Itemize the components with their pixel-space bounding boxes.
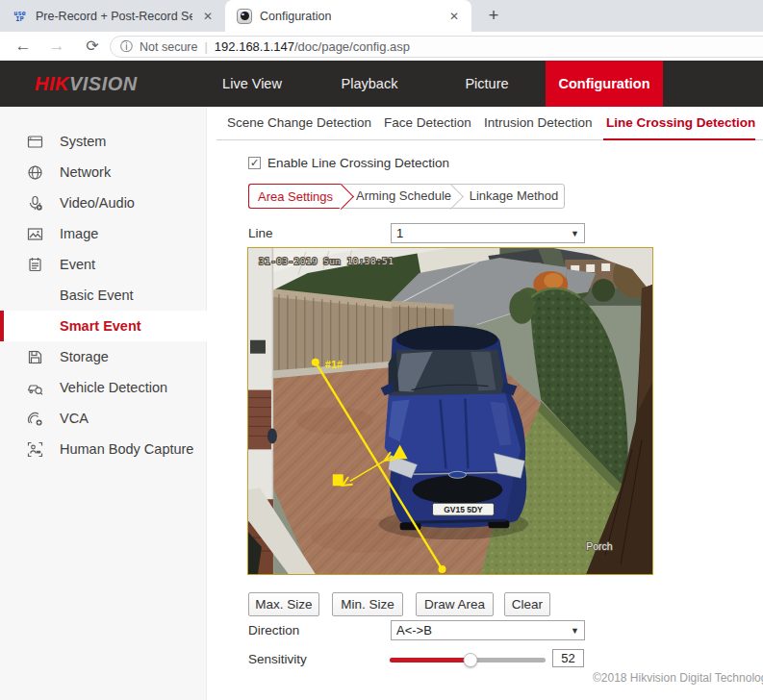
browser-window: useIP Pre-Record + Post-Record Settin ✕ … [0,0,763,700]
sidebar-item-smart-event[interactable]: Smart Event [0,311,207,341]
hikvision-logo: HIKVISION [35,61,138,107]
chevron-down-icon: ▼ [571,621,579,640]
address-divider: | [204,39,207,54]
enable-row: ✓ Enable Line Crossing Detection [248,156,449,170]
forward-icon: → [45,35,68,58]
tab-close-icon[interactable]: ✕ [446,9,462,24]
tab-line-crossing-detection[interactable]: Line Crossing Detection [606,107,755,139]
sidebar-item-image[interactable]: Image [0,218,207,249]
camera-scene: GV15 5DY #1# 31-03-2019 Sun 10:38:51 Por… [248,248,652,574]
line-select[interactable]: 1▼ [391,223,585,243]
tab-face-detection[interactable]: Face Detection [384,107,471,139]
sidebar-item-event[interactable]: Event [0,249,207,280]
chevron-down-icon: ▼ [571,224,579,243]
url-text[interactable]: 192.168.1.147/doc/page/config.asp [215,39,410,54]
config-content: Scene Change Detection Face Detection In… [207,107,763,700]
tab-strip: useIP Pre-Record + Post-Record Settin ✕ … [0,0,763,32]
draw-area-button[interactable]: Draw Area [416,592,494,616]
human-body-capture-icon [27,440,44,458]
tab-scene-change-detection[interactable]: Scene Change Detection [227,107,371,139]
vca-icon [27,410,44,427]
sidebar-item-vehicle-detection[interactable]: Vehicle Detection [0,372,207,403]
app-header: HIKVISION Live View Playback Picture Con… [0,61,763,107]
sensitivity-label: Sensitivity [248,652,307,666]
network-icon [27,163,44,181]
osd-timestamp: 31-03-2019 Sun 10:38:51 [259,256,394,266]
storage-icon [27,348,44,365]
enable-label: Enable Line Crossing Detection [267,156,449,170]
line-id-label: #1# [325,359,343,370]
tab-title: Configuration [260,10,439,23]
reload-icon[interactable]: ⟳ [81,35,104,58]
browser-tab-prerecord[interactable]: useIP Pre-Record + Post-Record Settin ✕ [0,0,225,32]
useip-favicon-icon: useIP [12,8,28,24]
camera-preview-canvas[interactable]: GV15 5DY #1# 31-03-2019 Sun 10:38:51 Por… [247,247,653,575]
browser-tab-configuration[interactable]: Configuration ✕ [225,0,471,32]
new-tab-button[interactable]: + [481,4,506,29]
security-label: Not secure [140,40,197,54]
subtab-linkage-method[interactable]: Linkage Method [454,185,564,208]
image-icon [27,225,44,242]
tab-title: Pre-Record + Post-Record Settin [36,10,192,23]
direction-select[interactable]: A<->B▼ [391,620,585,640]
sidebar-item-vca[interactable]: VCA [0,403,207,434]
subtab-arming-schedule[interactable]: Arming Schedule [342,185,454,208]
osd-porch-label: Porch [586,541,613,552]
sidebar-item-storage[interactable]: Storage [0,341,207,372]
active-tab-underline [603,138,755,140]
copyright-text: ©2018 Hikvision Digital Technology [593,671,763,685]
sensitivity-slider[interactable] [390,652,546,666]
max-size-button[interactable]: Max. Size [248,592,319,616]
camera-favicon-icon [237,9,252,24]
enable-checkbox[interactable]: ✓ [248,157,261,169]
license-plate: GV15 5DY [444,505,483,514]
nav-live-view[interactable]: Live View [193,61,311,107]
system-icon [27,133,44,150]
event-icon [27,256,44,273]
back-icon[interactable]: ← [12,35,35,58]
sensitivity-value-input[interactable] [552,649,584,667]
vehicle-detection-icon [27,379,44,396]
sidebar-item-video-audio[interactable]: Video/Audio [0,188,207,218]
sidebar-item-human-body-capture[interactable]: Human Body Capture [0,434,207,464]
nav-picture[interactable]: Picture [428,61,546,107]
sidebar-item-basic-event[interactable]: Basic Event [0,280,207,311]
clear-button[interactable]: Clear [504,592,550,616]
min-size-button[interactable]: Min. Size [332,592,403,616]
direction-b-marker [333,474,343,486]
nav-playback[interactable]: Playback [311,61,428,107]
sensitivity-handle[interactable] [464,653,478,667]
sidebar: System Network Video/Audio Image Event B… [0,107,207,700]
sensitivity-fill [390,658,471,662]
subtab-bar: Area Settings Arming Schedule Linkage Me… [248,184,565,209]
line-label: Line [248,226,273,240]
info-icon[interactable]: ⓘ [120,38,133,56]
nav-configuration[interactable]: Configuration [546,61,663,107]
sidebar-item-system[interactable]: System [0,126,207,157]
address-bar[interactable]: ⓘ Not secure | 192.168.1.147/doc/page/co… [110,36,763,58]
tab-close-icon[interactable]: ✕ [200,9,216,24]
tab-intrusion-detection[interactable]: Intrusion Detection [484,107,593,139]
video-audio-icon [27,194,44,212]
sidebar-item-network[interactable]: Network [0,157,207,188]
direction-label: Direction [248,623,299,638]
subtab-area-settings[interactable]: Area Settings [248,184,342,209]
